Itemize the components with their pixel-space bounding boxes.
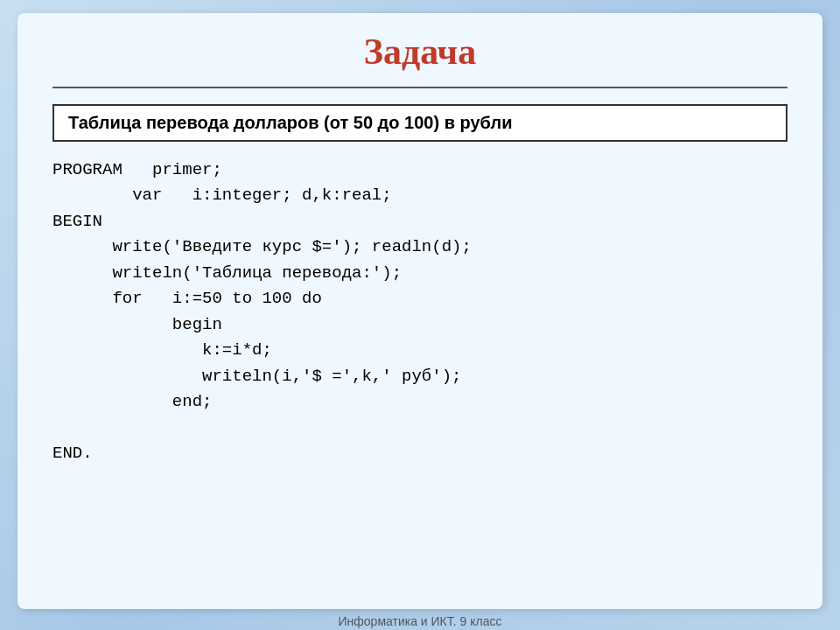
code-line: begin: [52, 312, 788, 338]
code-line: writeln(i,'$ =',k,' руб');: [52, 364, 788, 389]
code-block: PROGRAM primer; var i:integer; d,k:real;…: [52, 158, 788, 592]
code-line: [52, 415, 788, 440]
footer-text: Информатика и ИКТ. 9 класс: [339, 609, 502, 630]
code-line: write('Введите курс $='); readln(d);: [52, 234, 788, 260]
code-line: writeln('Таблица перевода:');: [52, 261, 788, 286]
code-line: BEGIN: [52, 209, 788, 234]
subtitle-text: Таблица перевода долларов (от 50 до 100)…: [68, 113, 512, 132]
slide-container: Задача Таблица перевода долларов (от 50 …: [18, 13, 822, 609]
code-line: for i:=50 to 100 do: [52, 286, 788, 312]
code-line: PROGRAM primer;: [52, 158, 788, 183]
subtitle-box: Таблица перевода долларов (от 50 до 100)…: [52, 104, 788, 142]
page-title: Задача: [52, 31, 788, 80]
code-line: k:=i*d;: [52, 338, 788, 363]
title-divider: [52, 87, 788, 88]
code-line: END.: [52, 441, 788, 466]
code-line: var i:integer; d,k:real;: [52, 183, 788, 208]
code-line: end;: [52, 389, 788, 415]
